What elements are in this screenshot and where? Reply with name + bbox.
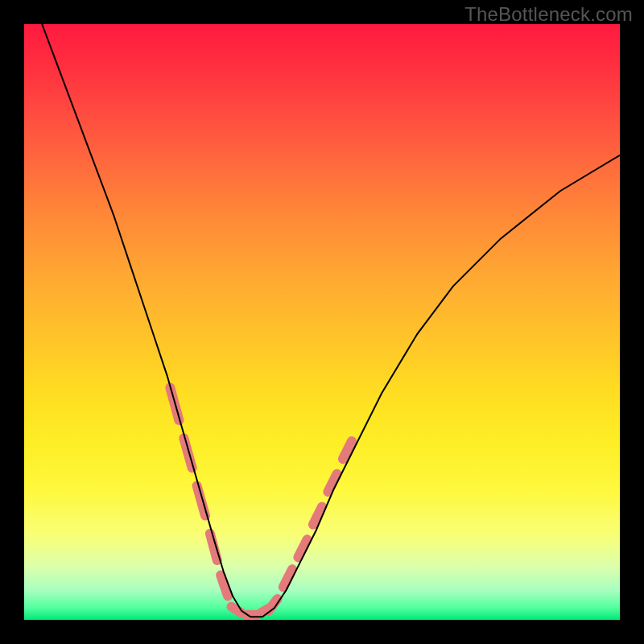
watermark-text: TheBottleneck.com: [464, 3, 633, 26]
highlight-dash: [197, 486, 205, 516]
chart-svg: [24, 24, 620, 620]
highlight-dash: [313, 506, 322, 524]
highlight-dash: [298, 539, 307, 557]
chart-frame: TheBottleneck.com: [0, 0, 644, 644]
highlight-dash: [283, 569, 292, 587]
bottleneck-curve: [42, 24, 620, 617]
highlight-dash-layer: [170, 387, 352, 615]
highlight-dash: [328, 474, 336, 492]
plot-area: [24, 24, 620, 620]
highlight-dash: [184, 438, 192, 468]
